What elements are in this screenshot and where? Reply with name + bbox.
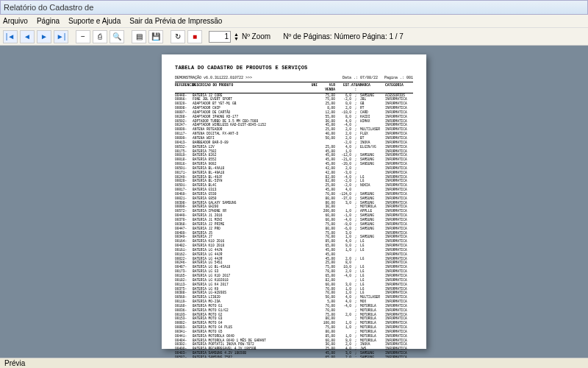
menubar: Arquivo Página Suporte e Ajuda Sair da P… — [0, 15, 588, 28]
zoom-down-button[interactable]: ▼ — [234, 37, 239, 41]
report-pagenum: Pagina .: 001 — [384, 76, 413, 80]
menu-arquivo[interactable]: Arquivo — [3, 17, 28, 25]
col-ref: REFERENCIA — [175, 83, 193, 92]
nav-last-button[interactable]: ►| — [54, 30, 68, 43]
close-button[interactable]: ■ — [187, 30, 202, 43]
zoom-input[interactable] — [209, 31, 231, 43]
search-button[interactable]: 🔍 — [110, 30, 124, 43]
report-title: TABELA DO CADASTRO DE PRODUTOS E SERVIÇO… — [175, 65, 413, 71]
status-text: Prévia — [4, 359, 25, 367]
export-button[interactable]: ▤ — [132, 30, 146, 43]
menu-sair[interactable]: Sair da Prévia de Impressão — [129, 17, 222, 25]
print-button[interactable]: ⎙ — [93, 30, 107, 43]
nav-next-button[interactable]: ► — [37, 30, 51, 43]
col-atual: ATUAL : — [351, 83, 360, 92]
menu-suporte[interactable]: Suporte e Ajuda — [68, 17, 121, 25]
refresh-button[interactable]: ↻ — [171, 30, 185, 43]
col-desc: DESCRICAO DO PRODUTO — [193, 83, 306, 92]
statusbar: Prévia — [0, 358, 588, 368]
col-marca: MARCA — [360, 83, 385, 92]
nav-first-button[interactable]: |◄ — [3, 30, 18, 43]
col-cat: CATEGORIA — [385, 83, 413, 92]
toolbar: |◄ ◄ ► ►| − ⎙ 🔍 ▤ 💾 ↻ ■ ▲ ▼ Nº Zoom Nº d… — [0, 28, 588, 46]
report-rows: 00448-BATERIA J2 CORE75,006,0;SAMSUNGACE… — [175, 93, 413, 358]
zoom-out-button[interactable]: − — [76, 30, 90, 43]
col-est: EST. — [335, 83, 351, 92]
report-date: Data .: 07/08/22 — [343, 76, 378, 80]
page-indicator: Nº de Páginas: Número Página: 1 / 7 — [283, 32, 404, 40]
report-version: DEMONSTRAÇÃO v6.0.311222.010722 >>> — [175, 76, 252, 81]
menu-pagina[interactable]: Página — [37, 17, 60, 25]
col-uni: UNI — [306, 83, 318, 92]
save-button[interactable]: 💾 — [148, 30, 163, 43]
col-vlr: VLR VENDA — [318, 83, 335, 92]
report-page: TABELA DO CADASTRO DE PRODUTOS E SERVIÇO… — [162, 54, 426, 349]
nav-prev-button[interactable]: ◄ — [20, 30, 35, 43]
window-titlebar: Relatório do Cadastro de — [0, 0, 588, 15]
column-header-row: REFERENCIA DESCRICAO DO PRODUTO UNI VLR … — [175, 82, 413, 93]
window-title: Relatório do Cadastro de — [4, 3, 93, 12]
zoom-label: Nº Zoom — [242, 32, 270, 40]
preview-viewer[interactable]: TABELA DO CADASTRO DE PRODUTOS E SERVIÇO… — [0, 46, 588, 358]
